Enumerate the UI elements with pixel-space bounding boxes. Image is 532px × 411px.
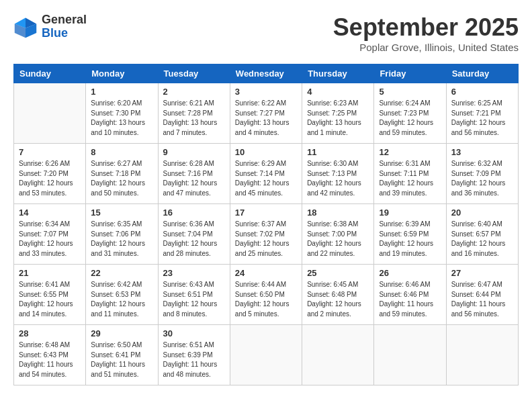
day-number: 3 xyxy=(235,87,297,97)
cell-content: Sunrise: 6:21 AM Sunset: 7:28 PM Dayligh… xyxy=(163,99,225,138)
cell-content: Sunrise: 6:47 AM Sunset: 6:44 PM Dayligh… xyxy=(451,280,513,319)
calendar-cell: 2Sunrise: 6:21 AM Sunset: 7:28 PM Daylig… xyxy=(158,83,230,144)
logo: General Blue xyxy=(13,13,87,40)
cell-content: Sunrise: 6:32 AM Sunset: 7:09 PM Dayligh… xyxy=(451,159,513,198)
calendar-cell: 12Sunrise: 6:31 AM Sunset: 7:11 PM Dayli… xyxy=(374,144,446,204)
day-number: 9 xyxy=(163,147,225,157)
cell-content: Sunrise: 6:38 AM Sunset: 7:00 PM Dayligh… xyxy=(307,220,369,259)
week-row-3: 14Sunrise: 6:34 AM Sunset: 7:07 PM Dayli… xyxy=(14,204,519,265)
calendar-cell: 21Sunrise: 6:41 AM Sunset: 6:55 PM Dayli… xyxy=(14,265,86,325)
cell-content: Sunrise: 6:40 AM Sunset: 6:57 PM Dayligh… xyxy=(451,220,513,259)
cell-content: Sunrise: 6:26 AM Sunset: 7:20 PM Dayligh… xyxy=(19,159,81,198)
calendar-cell: 13Sunrise: 6:32 AM Sunset: 7:09 PM Dayli… xyxy=(446,144,518,204)
calendar-cell: 1Sunrise: 6:20 AM Sunset: 7:30 PM Daylig… xyxy=(86,83,158,144)
day-number: 17 xyxy=(235,208,297,218)
header-row: SundayMondayTuesdayWednesdayThursdayFrid… xyxy=(14,64,519,83)
calendar-cell: 4Sunrise: 6:23 AM Sunset: 7:25 PM Daylig… xyxy=(302,83,374,144)
day-number: 15 xyxy=(91,208,152,218)
calendar-cell: 29Sunrise: 6:50 AM Sunset: 6:41 PM Dayli… xyxy=(86,325,158,385)
day-number: 11 xyxy=(307,147,369,157)
calendar-cell: 11Sunrise: 6:30 AM Sunset: 7:13 PM Dayli… xyxy=(302,144,374,204)
day-number: 22 xyxy=(91,268,152,278)
cell-content: Sunrise: 6:29 AM Sunset: 7:14 PM Dayligh… xyxy=(235,159,297,198)
day-number: 25 xyxy=(307,268,369,278)
cell-content: Sunrise: 6:46 AM Sunset: 6:46 PM Dayligh… xyxy=(379,280,441,319)
calendar-cell xyxy=(446,325,518,385)
calendar-cell: 14Sunrise: 6:34 AM Sunset: 7:07 PM Dayli… xyxy=(14,204,86,265)
cell-content: Sunrise: 6:24 AM Sunset: 7:23 PM Dayligh… xyxy=(379,99,441,138)
cell-content: Sunrise: 6:45 AM Sunset: 6:48 PM Dayligh… xyxy=(307,280,369,319)
cell-content: Sunrise: 6:28 AM Sunset: 7:16 PM Dayligh… xyxy=(163,159,225,198)
cell-content: Sunrise: 6:20 AM Sunset: 7:30 PM Dayligh… xyxy=(91,99,152,138)
calendar-cell xyxy=(230,325,302,385)
calendar-cell: 15Sunrise: 6:35 AM Sunset: 7:06 PM Dayli… xyxy=(86,204,158,265)
calendar-table: SundayMondayTuesdayWednesdayThursdayFrid… xyxy=(13,64,519,385)
title-block: September 2025 Poplar Grove, Illinois, U… xyxy=(333,13,519,53)
day-number: 26 xyxy=(379,268,441,278)
cell-content: Sunrise: 6:36 AM Sunset: 7:04 PM Dayligh… xyxy=(163,220,225,259)
day-header-thursday: Thursday xyxy=(302,64,374,83)
day-header-tuesday: Tuesday xyxy=(158,64,230,83)
month-title: September 2025 xyxy=(333,13,519,42)
day-number: 16 xyxy=(163,208,225,218)
calendar-cell: 18Sunrise: 6:38 AM Sunset: 7:00 PM Dayli… xyxy=(302,204,374,265)
week-row-2: 7Sunrise: 6:26 AM Sunset: 7:20 PM Daylig… xyxy=(14,144,519,204)
calendar-cell xyxy=(14,83,86,144)
calendar-cell xyxy=(374,325,446,385)
calendar-cell: 28Sunrise: 6:48 AM Sunset: 6:43 PM Dayli… xyxy=(14,325,86,385)
day-header-saturday: Saturday xyxy=(446,64,518,83)
cell-content: Sunrise: 6:30 AM Sunset: 7:13 PM Dayligh… xyxy=(307,159,369,198)
location-subtitle: Poplar Grove, Illinois, United States xyxy=(333,42,519,53)
cell-content: Sunrise: 6:31 AM Sunset: 7:11 PM Dayligh… xyxy=(379,159,441,198)
day-number: 29 xyxy=(91,328,152,338)
cell-content: Sunrise: 6:51 AM Sunset: 6:39 PM Dayligh… xyxy=(163,340,225,379)
week-row-4: 21Sunrise: 6:41 AM Sunset: 6:55 PM Dayli… xyxy=(14,265,519,325)
day-number: 28 xyxy=(19,328,81,338)
calendar-body: 1Sunrise: 6:20 AM Sunset: 7:30 PM Daylig… xyxy=(14,83,519,385)
cell-content: Sunrise: 6:39 AM Sunset: 6:59 PM Dayligh… xyxy=(379,220,441,259)
day-header-wednesday: Wednesday xyxy=(230,64,302,83)
calendar-cell: 8Sunrise: 6:27 AM Sunset: 7:18 PM Daylig… xyxy=(86,144,158,204)
calendar-cell: 9Sunrise: 6:28 AM Sunset: 7:16 PM Daylig… xyxy=(158,144,230,204)
day-number: 27 xyxy=(451,268,513,278)
calendar-cell: 25Sunrise: 6:45 AM Sunset: 6:48 PM Dayli… xyxy=(302,265,374,325)
week-row-1: 1Sunrise: 6:20 AM Sunset: 7:30 PM Daylig… xyxy=(14,83,519,144)
day-number: 8 xyxy=(91,147,152,157)
day-header-monday: Monday xyxy=(86,64,158,83)
calendar-cell: 5Sunrise: 6:24 AM Sunset: 7:23 PM Daylig… xyxy=(374,83,446,144)
day-number: 6 xyxy=(451,87,513,97)
calendar-cell: 19Sunrise: 6:39 AM Sunset: 6:59 PM Dayli… xyxy=(374,204,446,265)
day-number: 18 xyxy=(307,208,369,218)
day-number: 7 xyxy=(19,147,81,157)
calendar-cell: 3Sunrise: 6:22 AM Sunset: 7:27 PM Daylig… xyxy=(230,83,302,144)
calendar-cell: 22Sunrise: 6:42 AM Sunset: 6:53 PM Dayli… xyxy=(86,265,158,325)
calendar-cell: 10Sunrise: 6:29 AM Sunset: 7:14 PM Dayli… xyxy=(230,144,302,204)
day-number: 30 xyxy=(163,328,225,338)
day-number: 12 xyxy=(379,147,441,157)
week-row-5: 28Sunrise: 6:48 AM Sunset: 6:43 PM Dayli… xyxy=(14,325,519,385)
page-header: General Blue September 2025 Poplar Grove… xyxy=(13,13,519,53)
day-header-sunday: Sunday xyxy=(14,64,86,83)
day-number: 24 xyxy=(235,268,297,278)
cell-content: Sunrise: 6:48 AM Sunset: 6:43 PM Dayligh… xyxy=(19,340,81,379)
logo-text: General Blue xyxy=(42,13,87,40)
calendar-cell: 17Sunrise: 6:37 AM Sunset: 7:02 PM Dayli… xyxy=(230,204,302,265)
logo-icon xyxy=(13,15,38,39)
calendar-cell: 6Sunrise: 6:25 AM Sunset: 7:21 PM Daylig… xyxy=(446,83,518,144)
cell-content: Sunrise: 6:42 AM Sunset: 6:53 PM Dayligh… xyxy=(91,280,152,319)
cell-content: Sunrise: 6:44 AM Sunset: 6:50 PM Dayligh… xyxy=(235,280,297,319)
cell-content: Sunrise: 6:43 AM Sunset: 6:51 PM Dayligh… xyxy=(163,280,225,319)
cell-content: Sunrise: 6:41 AM Sunset: 6:55 PM Dayligh… xyxy=(19,280,81,319)
cell-content: Sunrise: 6:23 AM Sunset: 7:25 PM Dayligh… xyxy=(307,99,369,138)
calendar-cell: 27Sunrise: 6:47 AM Sunset: 6:44 PM Dayli… xyxy=(446,265,518,325)
day-number: 20 xyxy=(451,208,513,218)
calendar-cell xyxy=(302,325,374,385)
cell-content: Sunrise: 6:37 AM Sunset: 7:02 PM Dayligh… xyxy=(235,220,297,259)
day-number: 2 xyxy=(163,87,225,97)
day-header-friday: Friday xyxy=(374,64,446,83)
cell-content: Sunrise: 6:50 AM Sunset: 6:41 PM Dayligh… xyxy=(91,340,152,379)
day-number: 10 xyxy=(235,147,297,157)
calendar-header: SundayMondayTuesdayWednesdayThursdayFrid… xyxy=(14,64,519,83)
day-number: 13 xyxy=(451,147,513,157)
day-number: 19 xyxy=(379,208,441,218)
